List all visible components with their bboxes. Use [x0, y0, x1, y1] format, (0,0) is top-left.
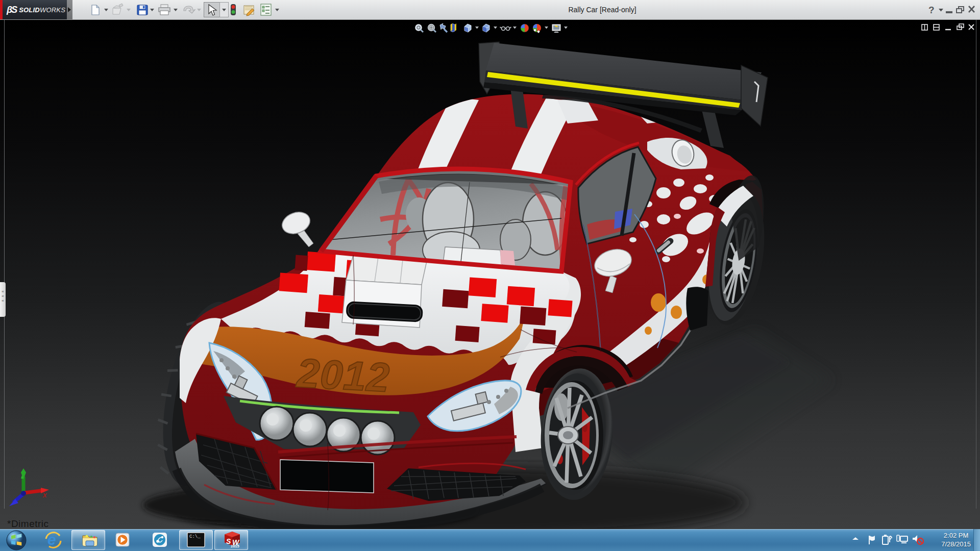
svg-text:2015: 2015: [231, 544, 239, 548]
svg-text:2012: 2012: [295, 350, 390, 400]
svg-text:x: x: [42, 490, 47, 499]
svg-text:?: ?: [928, 5, 935, 15]
svg-text:C:\_: C:\_: [189, 534, 201, 539]
